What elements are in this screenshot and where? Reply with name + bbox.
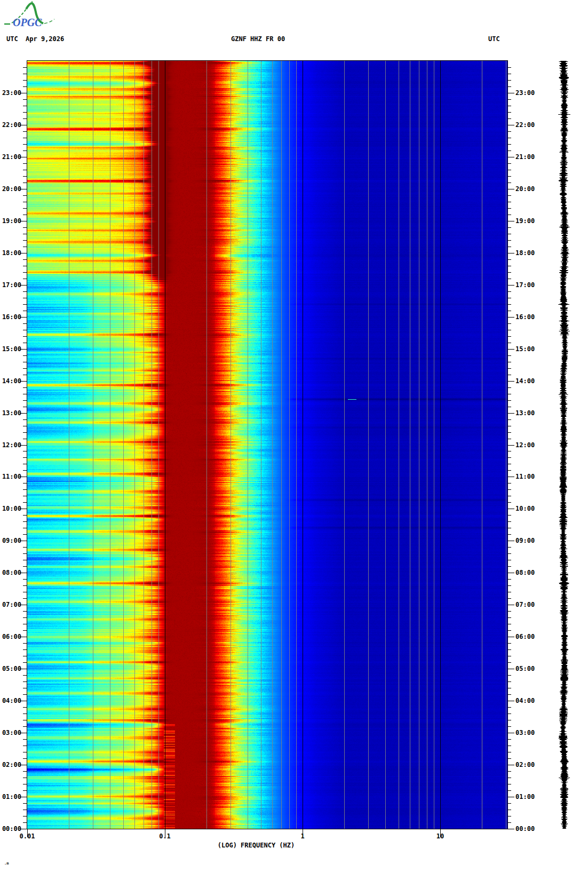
tick-mark bbox=[507, 598, 511, 599]
tick-mark bbox=[23, 515, 27, 516]
tick-mark bbox=[507, 93, 514, 93]
time-label-right: 15:00 bbox=[515, 346, 535, 352]
tick-mark bbox=[507, 240, 511, 241]
tick-mark bbox=[23, 566, 27, 567]
time-label-left: 19:00 bbox=[0, 218, 21, 224]
tick-mark bbox=[23, 163, 27, 164]
time-label-left: 00:00 bbox=[0, 826, 21, 832]
tick-mark bbox=[507, 810, 511, 810]
utc-label-left: UTC bbox=[6, 35, 18, 43]
tick-mark bbox=[507, 534, 511, 535]
tick-mark bbox=[507, 733, 514, 733]
tick-mark bbox=[23, 311, 27, 311]
tick-mark bbox=[507, 720, 511, 720]
tick-mark bbox=[507, 605, 514, 605]
tick-mark bbox=[23, 656, 27, 656]
tick-mark bbox=[507, 688, 511, 688]
tick-mark bbox=[23, 234, 27, 234]
freq-tick-label: 0.01 bbox=[20, 833, 35, 840]
time-label-left: 07:00 bbox=[0, 601, 21, 608]
tick-mark bbox=[507, 343, 511, 343]
time-label-right: 10:00 bbox=[515, 505, 535, 512]
time-label-right: 13:00 bbox=[515, 410, 535, 416]
tick-mark bbox=[507, 637, 514, 637]
tick-mark bbox=[23, 195, 27, 196]
tick-mark bbox=[507, 157, 514, 157]
freq-tick-label: 0.1 bbox=[159, 833, 171, 840]
time-label-left: 13:00 bbox=[0, 410, 21, 416]
tick-mark bbox=[507, 407, 511, 407]
tick-mark bbox=[23, 464, 27, 464]
date-label: Apr 9,2026 bbox=[26, 35, 64, 43]
tick-mark bbox=[507, 701, 514, 701]
tick-mark bbox=[23, 726, 27, 727]
tick-mark bbox=[23, 649, 27, 650]
tick-mark bbox=[507, 285, 514, 286]
tick-mark bbox=[23, 259, 27, 260]
tick-mark bbox=[23, 822, 27, 823]
tick-mark bbox=[23, 752, 27, 752]
tick-mark bbox=[23, 630, 27, 631]
tick-mark bbox=[23, 298, 27, 298]
tick-mark bbox=[507, 778, 511, 778]
tick-mark bbox=[507, 496, 511, 496]
tick-mark bbox=[507, 215, 511, 215]
tick-mark bbox=[507, 362, 511, 362]
tick-mark bbox=[507, 624, 511, 624]
tick-mark bbox=[23, 387, 27, 388]
tick-mark bbox=[507, 336, 511, 337]
tick-mark bbox=[507, 189, 514, 189]
tick-mark bbox=[507, 784, 511, 784]
tick-mark bbox=[23, 247, 27, 247]
tick-mark bbox=[23, 771, 27, 772]
tick-mark bbox=[507, 746, 511, 746]
time-label-left: 21:00 bbox=[0, 154, 21, 160]
spectrogram-canvas bbox=[27, 61, 507, 829]
time-label-left: 20:00 bbox=[0, 186, 21, 192]
tick-mark bbox=[23, 240, 27, 241]
tick-mark bbox=[23, 547, 27, 548]
tick-mark bbox=[507, 355, 511, 356]
tick-mark bbox=[507, 694, 511, 695]
logo-text: OPGC bbox=[13, 17, 42, 28]
tick-mark bbox=[507, 202, 511, 202]
tick-mark bbox=[507, 566, 511, 567]
tick-mark bbox=[23, 170, 27, 170]
tick-mark bbox=[23, 439, 27, 439]
time-label-left: 03:00 bbox=[0, 730, 21, 736]
tick-mark bbox=[507, 464, 511, 464]
tick-mark bbox=[507, 323, 511, 324]
tick-mark bbox=[23, 707, 27, 708]
tick-mark bbox=[23, 714, 27, 714]
tick-mark bbox=[23, 144, 27, 145]
tick-mark bbox=[23, 457, 27, 458]
tick-mark bbox=[23, 585, 27, 586]
freq-tick-label: 10 bbox=[436, 833, 444, 840]
tick-mark bbox=[23, 624, 27, 624]
tick-mark bbox=[507, 752, 511, 752]
tick-mark bbox=[23, 592, 27, 592]
time-label-left: 01:00 bbox=[0, 794, 21, 800]
tick-mark bbox=[507, 106, 511, 106]
tick-mark bbox=[23, 215, 27, 215]
tick-mark bbox=[507, 547, 511, 548]
tick-mark bbox=[23, 643, 27, 644]
time-label-right: 19:00 bbox=[515, 218, 535, 224]
tick-mark bbox=[23, 375, 27, 375]
time-label-left: 06:00 bbox=[0, 633, 21, 640]
tick-mark bbox=[23, 131, 27, 132]
tick-mark bbox=[507, 585, 511, 586]
tick-mark bbox=[23, 560, 27, 560]
tick-mark bbox=[507, 797, 514, 797]
tick-mark bbox=[507, 291, 511, 292]
tick-mark bbox=[507, 528, 511, 528]
tick-mark bbox=[507, 521, 511, 522]
time-label-right: 18:00 bbox=[515, 250, 535, 256]
tick-mark bbox=[23, 489, 27, 490]
tick-mark bbox=[507, 400, 511, 401]
time-label-left: 12:00 bbox=[0, 442, 21, 448]
tick-mark bbox=[507, 138, 511, 138]
seismogram-trace-canvas bbox=[554, 61, 574, 829]
tick-mark bbox=[507, 253, 514, 253]
tick-mark bbox=[23, 803, 27, 804]
